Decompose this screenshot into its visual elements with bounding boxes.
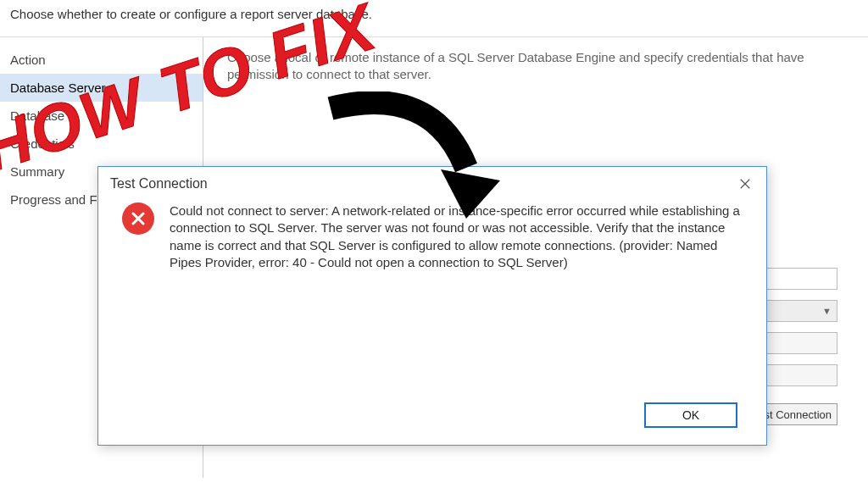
content-description: Choose a local or remote instance of a S… [227, 49, 844, 84]
error-icon [122, 202, 154, 235]
close-icon[interactable] [736, 175, 754, 193]
dialog-body: Could not connect to server: A network-r… [98, 201, 766, 271]
sidebar-item-credentials[interactable]: Credentials [0, 130, 203, 158]
error-message: Could not connect to server: A network-r… [170, 202, 743, 271]
chevron-down-icon: ▼ [822, 305, 832, 318]
sidebar-item-database[interactable]: Database [0, 102, 203, 130]
dialog-footer: OK [644, 402, 737, 428]
dialog-title: Test Connection [110, 176, 208, 191]
ok-button[interactable]: OK [644, 402, 737, 428]
wizard-subtitle: Choose whether to create or configure a … [0, 0, 868, 37]
sidebar-item-action[interactable]: Action [0, 46, 203, 74]
dialog-header: Test Connection [98, 167, 766, 201]
sidebar-item-database-server[interactable]: Database Server [0, 74, 203, 102]
error-dialog: Test Connection Could not connect to ser… [97, 166, 767, 446]
